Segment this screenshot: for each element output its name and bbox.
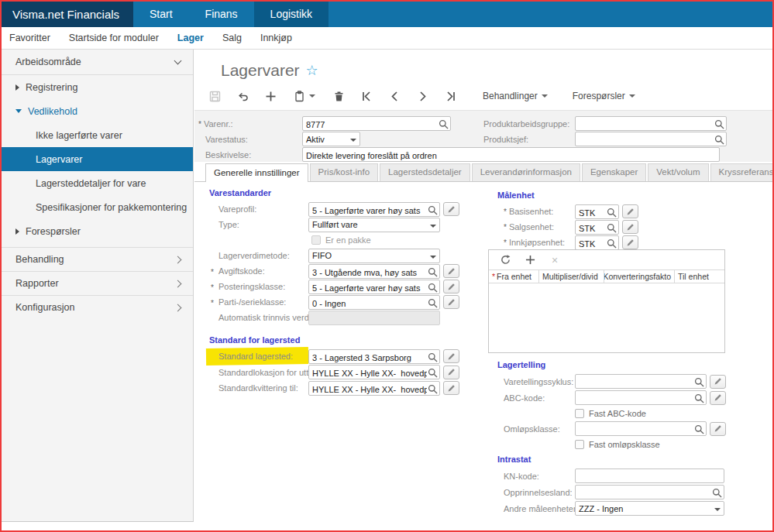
grid-column-multipliser[interactable]: Multipliser/divid — [539, 270, 604, 283]
top-nav-finans[interactable]: Finans — [189, 2, 254, 27]
search-icon[interactable] — [694, 376, 704, 386]
tab-vekt-volum[interactable]: Vekt/volum — [648, 163, 708, 181]
search-icon[interactable] — [428, 297, 438, 307]
search-icon[interactable] — [712, 487, 722, 497]
varenr-input[interactable] — [303, 118, 450, 132]
type-select[interactable]: Fullført vare — [308, 218, 440, 232]
sidebar-item-spesifikasjoner[interactable]: Spesifikasjoner for pakkemontering — [2, 195, 193, 219]
sidebar-section-behandling[interactable]: Behandling — [2, 247, 193, 271]
vareprofil-input[interactable] — [309, 204, 439, 217]
save-button[interactable] — [205, 87, 224, 105]
last-record-button[interactable] — [441, 87, 459, 105]
next-record-button[interactable] — [413, 87, 432, 105]
grid-add-row-button[interactable] — [520, 252, 540, 269]
top-nav-logistikk[interactable]: Logistikk — [254, 2, 329, 27]
andre-maleenheter-select[interactable]: ZZZ - Ingen — [575, 501, 724, 516]
search-icon[interactable] — [428, 282, 438, 292]
search-icon[interactable] — [607, 238, 617, 248]
edit-avgiftskode-button[interactable] — [443, 264, 459, 278]
search-icon[interactable] — [428, 352, 438, 362]
add-record-button[interactable] — [261, 87, 280, 105]
search-icon[interactable] — [694, 393, 704, 403]
edit-parti-serieklasse-button[interactable] — [443, 295, 459, 309]
search-icon[interactable] — [714, 118, 724, 129]
sidebar-section-konfigurasjon[interactable]: Konfigurasjon — [2, 295, 193, 319]
search-icon[interactable] — [428, 383, 438, 393]
produktarbeidsgruppe-input[interactable] — [576, 118, 726, 132]
search-icon[interactable] — [439, 118, 449, 129]
previous-record-button[interactable] — [385, 87, 404, 105]
foresporsler-menu-button[interactable]: Forespørsler — [573, 91, 635, 101]
edit-posteringsklasse-button[interactable] — [443, 280, 459, 293]
search-icon[interactable] — [607, 207, 617, 217]
standard-lagersted-input[interactable] — [309, 351, 439, 364]
edit-standardlokasjon-button[interactable] — [443, 366, 459, 379]
sidebar-item-ikke-lagerforte-varer[interactable]: Ikke lagerførte varer — [2, 123, 193, 147]
top-nav-start[interactable]: Start — [133, 2, 189, 27]
first-record-button[interactable] — [357, 87, 376, 105]
chevron-right-icon — [174, 256, 182, 263]
standardlokasjon-input[interactable] — [309, 367, 439, 380]
search-icon[interactable] — [428, 367, 438, 377]
subnav-favoritter[interactable]: Favoritter — [9, 33, 50, 43]
kn-kode-input[interactable] — [576, 471, 724, 484]
edit-varetellingssyklus-button[interactable] — [710, 375, 726, 389]
tab-generelle-innstillinger[interactable]: Generelle innstillinger — [205, 163, 308, 182]
edit-basisenhet-button[interactable] — [622, 204, 638, 218]
tab-lagerstedsdetaljer[interactable]: Lagerstedsdetaljer — [380, 163, 470, 181]
abc-kode-input[interactable] — [576, 393, 706, 406]
grid-refresh-button[interactable] — [495, 252, 515, 269]
sidebar-section-rapporter[interactable]: Rapporter — [2, 271, 193, 295]
avgiftskode-input[interactable] — [309, 266, 439, 279]
edit-abc-kode-button[interactable] — [710, 391, 726, 405]
undo-button[interactable] — [233, 87, 252, 105]
beskrivelse-input[interactable] — [303, 149, 719, 163]
sidebar-group-vedlikehold[interactable]: Vedlikehold — [2, 99, 193, 123]
edit-vareprofil-button[interactable] — [443, 202, 459, 216]
tab-kryssreferanse[interactable]: Kryssreferanse — [710, 163, 774, 181]
edit-innkjopsenhet-button[interactable] — [622, 235, 638, 249]
edit-standardkvittering-button[interactable] — [443, 381, 459, 395]
delete-button[interactable] — [329, 87, 348, 105]
search-icon[interactable] — [428, 204, 438, 215]
sidebar-group-registrering[interactable]: Registrering — [2, 75, 193, 99]
fast-abc-kode-checkbox[interactable] — [575, 409, 584, 418]
tab-leverandorinformasjon[interactable]: Leverandørinformasjon — [472, 163, 580, 181]
varetellingssyklus-input[interactable] — [576, 376, 706, 390]
standardkvittering-input[interactable] — [309, 383, 439, 396]
lagerverdimetode-select[interactable]: FIFO — [308, 249, 440, 263]
grid-delete-row-button[interactable]: × — [545, 252, 565, 269]
search-icon[interactable] — [714, 134, 724, 144]
grid-column-til-enhet[interactable]: Til enhet — [675, 270, 724, 283]
fast-omlopsklasse-checkbox[interactable] — [575, 440, 584, 449]
parti-serieklasse-input[interactable] — [309, 297, 439, 310]
er-en-pakke-checkbox[interactable] — [311, 235, 321, 245]
subnav-startside[interactable]: Startside for moduler — [69, 33, 159, 43]
tab-egenskaper[interactable]: Egenskaper — [582, 163, 646, 181]
posteringsklasse-input[interactable] — [309, 281, 439, 294]
sidebar-item-lagersteddetaljer[interactable]: Lagersteddetaljer for vare — [2, 171, 193, 195]
favorite-star-icon[interactable]: ☆ — [306, 63, 318, 77]
sidebar-header[interactable]: Arbeidsområde — [2, 50, 193, 75]
grid-column-konverteringsfaktor[interactable]: Konverteringsfakto — [604, 270, 675, 283]
edit-omlopsklasse-button[interactable] — [710, 422, 726, 436]
subnav-innkjop[interactable]: Innkjøp — [260, 33, 292, 43]
sidebar-group-foresporsler[interactable]: Forespørsler — [2, 219, 193, 243]
sidebar-item-lagervarer[interactable]: Lagervarer — [2, 147, 193, 171]
search-icon[interactable] — [607, 222, 617, 232]
omlopsklasse-input[interactable] — [576, 424, 706, 437]
varestatus-select[interactable]: Aktiv — [302, 132, 360, 146]
grid-column-fra-enhet[interactable]: * Fra enhet — [489, 270, 539, 283]
search-icon[interactable] — [694, 424, 704, 434]
opprinnelsesland-input[interactable] — [576, 487, 724, 500]
subnav-lager[interactable]: Lager — [177, 33, 204, 43]
produktsjef-input[interactable] — [576, 134, 726, 147]
edit-salgsenhet-button[interactable] — [622, 220, 638, 234]
subnav-salg[interactable]: Salg — [222, 33, 242, 43]
main-content: Lagervarer ☆ — [194, 50, 772, 530]
tab-pris-kost-info[interactable]: Pris/kost-info — [310, 163, 378, 181]
clipboard-menu-button[interactable] — [289, 87, 320, 105]
behandlinger-menu-button[interactable]: Behandlinger — [483, 91, 548, 101]
edit-standard-lagersted-button[interactable] — [443, 349, 459, 363]
search-icon[interactable] — [428, 266, 438, 276]
